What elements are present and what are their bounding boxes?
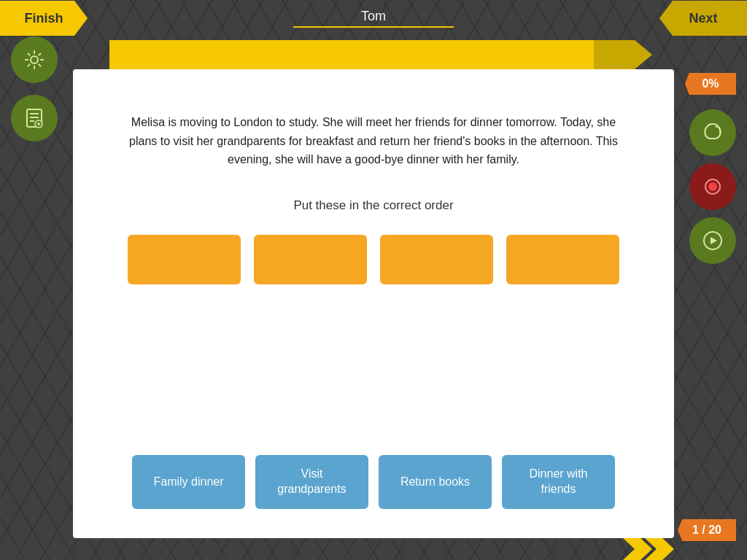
left-sidebar	[11, 73, 58, 149]
choice-dinner-with-friends[interactable]: Dinner with friends	[502, 455, 615, 509]
answer-boxes	[102, 235, 645, 284]
user-name: Tom	[88, 9, 659, 24]
title-area: Tom	[88, 9, 659, 28]
content-card: Melisa is moving to London to study. She…	[73, 69, 674, 538]
svg-marker-11	[711, 237, 717, 244]
yellow-banner	[109, 40, 638, 69]
bottom-chevrons	[623, 538, 674, 560]
choice-return-books[interactable]: Return books	[379, 455, 492, 509]
svg-point-9	[708, 182, 717, 191]
choice-row: Family dinner Visit grandparents Return …	[102, 455, 645, 516]
hint-icon-button[interactable]	[689, 109, 736, 156]
choice-family-dinner[interactable]: Family dinner	[132, 455, 245, 509]
title-underline	[293, 26, 454, 28]
notes-icon-button[interactable]	[11, 95, 58, 141]
svg-point-7	[31, 56, 38, 63]
answer-box-3[interactable]	[380, 235, 493, 284]
page-badge: 1 / 20	[678, 519, 736, 541]
record-icon-button[interactable]	[689, 163, 736, 210]
choice-visit-grandparents[interactable]: Visit grandparents	[255, 455, 368, 509]
answer-box-2[interactable]	[254, 235, 367, 284]
passage-text: Melisa is moving to London to study. She…	[118, 113, 629, 169]
settings-icon-button[interactable]	[11, 36, 58, 83]
progress-badge: 0%	[685, 73, 736, 95]
next-button[interactable]: Next	[659, 1, 747, 36]
play-icon-button[interactable]	[689, 217, 736, 264]
instruction-text: Put these in the correct order	[293, 198, 453, 213]
right-sidebar: 0% 1 / 20	[678, 73, 736, 541]
answer-box-4[interactable]	[506, 235, 619, 284]
answer-box-1[interactable]	[128, 235, 241, 284]
top-bar: Finish Tom Next	[0, 0, 747, 36]
finish-button[interactable]: Finish	[0, 1, 88, 36]
